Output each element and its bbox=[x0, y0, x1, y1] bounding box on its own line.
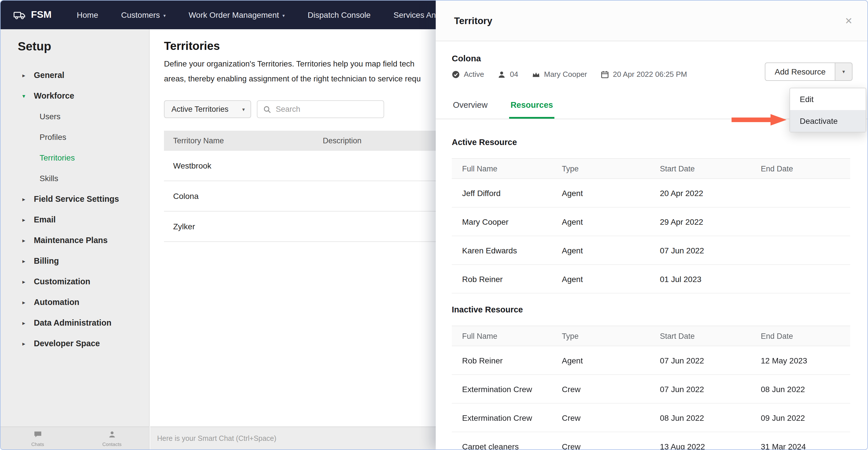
sidebar-item-territories[interactable]: Territories bbox=[1, 147, 149, 168]
chevron-down-icon: ▾ bbox=[163, 13, 166, 18]
search-icon bbox=[263, 105, 271, 113]
sidebar-item-label: General bbox=[34, 70, 64, 80]
territory-name-cell[interactable]: Colona bbox=[164, 191, 199, 201]
panel-title: Territory bbox=[454, 15, 492, 26]
record-meta: Active 04 Mary Cooper bbox=[452, 70, 687, 78]
column-header-end-date[interactable]: End Date bbox=[761, 332, 850, 340]
menu-item-deactivate[interactable]: Deactivate bbox=[790, 110, 866, 132]
chevron-right-icon: ▸ bbox=[22, 258, 34, 264]
smart-chat-text: Here is your Smart Chat (Ctrl+Space) bbox=[157, 434, 276, 442]
sidebar-item-skills[interactable]: Skills bbox=[1, 168, 149, 189]
table-row[interactable]: Extermination Crew Crew 08 Jun 2022 09 J… bbox=[452, 404, 850, 432]
brand-logo[interactable]: FSM bbox=[13, 9, 52, 21]
sidebar-item-label: Customization bbox=[34, 277, 90, 286]
sidebar-title: Setup bbox=[18, 39, 149, 53]
table-row[interactable]: Extermination Crew Crew 07 Jun 2022 08 J… bbox=[452, 375, 850, 404]
section-title-active-resource: Active Resource bbox=[452, 137, 517, 147]
chevron-right-icon: ▸ bbox=[22, 299, 34, 305]
sidebar-item-label: Email bbox=[34, 215, 56, 224]
column-header-full-name[interactable]: Full Name bbox=[452, 332, 562, 340]
chevron-right-icon: ▸ bbox=[22, 196, 34, 202]
start-date-cell: 07 Jun 2022 bbox=[660, 246, 761, 255]
sidebar-item-email[interactable]: ▸ Email bbox=[1, 209, 149, 230]
end-date-cell: 09 Jun 2022 bbox=[761, 413, 850, 422]
nav-item-home[interactable]: Home bbox=[77, 10, 98, 20]
record-name: Colona bbox=[452, 53, 481, 63]
sidebar-item-label: Field Service Settings bbox=[34, 194, 119, 203]
status-badge: Active bbox=[452, 70, 484, 78]
column-header-territory-name[interactable]: Territory Name bbox=[164, 136, 314, 145]
status-text: Active bbox=[464, 70, 484, 78]
actions-dropdown-menu: Edit Deactivate bbox=[789, 88, 866, 132]
sidebar-item-data-administration[interactable]: ▸ Data Administration bbox=[1, 313, 149, 333]
column-header-type[interactable]: Type bbox=[562, 164, 660, 173]
full-name-cell[interactable]: Karen Edwards bbox=[452, 246, 562, 255]
type-cell: Agent bbox=[562, 188, 660, 197]
full-name-cell[interactable]: Extermination Crew bbox=[452, 384, 562, 393]
territory-name-cell[interactable]: Zylker bbox=[164, 222, 195, 231]
nav-item-customers[interactable]: Customers ▾ bbox=[121, 10, 166, 20]
full-name-cell[interactable]: Carpet cleaners bbox=[452, 442, 562, 449]
chevron-right-icon: ▸ bbox=[22, 216, 34, 223]
sidebar-item-customization[interactable]: ▸ Customization bbox=[1, 271, 149, 292]
full-name-cell[interactable]: Extermination Crew bbox=[452, 413, 562, 422]
territory-filter-dropdown[interactable]: Active Territories ▾ bbox=[164, 100, 251, 118]
sidebar-item-maintenance-plans[interactable]: ▸ Maintenance Plans bbox=[1, 230, 149, 251]
chevron-down-icon: ▾ bbox=[842, 69, 845, 74]
nav-item-dispatch-console[interactable]: Dispatch Console bbox=[308, 10, 370, 20]
table-row[interactable]: Rob Reiner Agent 07 Jun 2022 12 May 2023 bbox=[452, 346, 850, 375]
column-header-end-date[interactable]: End Date bbox=[761, 164, 850, 173]
column-header-full-name[interactable]: Full Name bbox=[452, 164, 562, 173]
sidebar-item-label: Data Administration bbox=[34, 318, 112, 327]
menu-item-edit[interactable]: Edit bbox=[790, 88, 866, 110]
contacts-button[interactable]: Contacts bbox=[75, 427, 149, 449]
sidebar-item-profiles[interactable]: Profiles bbox=[1, 127, 149, 147]
tab-overview[interactable]: Overview bbox=[452, 93, 489, 119]
add-resource-menu-button[interactable]: ▾ bbox=[835, 63, 852, 81]
modified-datetime: 20 Apr 2022 06:25 PM bbox=[601, 70, 687, 78]
search-input[interactable] bbox=[276, 105, 378, 114]
full-name-cell[interactable]: Mary Cooper bbox=[452, 217, 562, 226]
chevron-right-icon: ▸ bbox=[22, 340, 34, 347]
full-name-cell[interactable]: Jeff Difford bbox=[452, 188, 562, 197]
column-header-start-date[interactable]: Start Date bbox=[660, 164, 761, 173]
end-date-cell: 12 May 2023 bbox=[761, 356, 850, 365]
column-header-type[interactable]: Type bbox=[562, 332, 660, 340]
type-cell: Agent bbox=[562, 246, 660, 255]
territory-name-cell[interactable]: Westbrook bbox=[164, 161, 211, 170]
sidebar-item-workforce[interactable]: ▾ Workforce bbox=[1, 86, 149, 106]
chevron-down-icon: ▾ bbox=[242, 106, 245, 112]
sidebar-item-label: Workforce bbox=[34, 91, 74, 100]
crown-icon bbox=[532, 71, 540, 78]
chat-icon bbox=[34, 430, 42, 440]
nav-item-services-and-parts[interactable]: Services And bbox=[394, 10, 440, 20]
table-row[interactable]: Mary Cooper Agent 29 Apr 2022 bbox=[452, 207, 850, 236]
full-name-cell[interactable]: Rob Reiner bbox=[452, 356, 562, 365]
table-row[interactable]: Carpet cleaners Crew 13 Aug 2022 31 Mar … bbox=[452, 432, 850, 449]
fsm-logo-icon bbox=[13, 10, 26, 19]
add-resource-button[interactable]: Add Resource bbox=[765, 63, 835, 81]
panel-header: Territory ✕ bbox=[436, 1, 867, 41]
full-name-cell[interactable]: Rob Reiner bbox=[452, 274, 562, 284]
sidebar-item-automation[interactable]: ▸ Automation bbox=[1, 292, 149, 313]
sidebar-footer: Chats Contacts bbox=[1, 426, 149, 449]
sidebar-item-billing[interactable]: ▸ Billing bbox=[1, 251, 149, 271]
close-icon[interactable]: ✕ bbox=[845, 15, 852, 26]
chevron-right-icon: ▸ bbox=[22, 320, 34, 326]
chats-button[interactable]: Chats bbox=[1, 427, 75, 449]
screen: FSM Home Customers ▾ Work Order Manageme… bbox=[0, 0, 868, 450]
table-row[interactable]: Jeff Difford Agent 20 Apr 2022 bbox=[452, 179, 850, 207]
chevron-right-icon: ▸ bbox=[22, 237, 34, 243]
sidebar-item-label: Maintenance Plans bbox=[34, 235, 107, 245]
sidebar-item-developer-space[interactable]: ▸ Developer Space bbox=[1, 333, 149, 354]
tab-resources[interactable]: Resources bbox=[509, 93, 554, 119]
table-row[interactable]: Rob Reiner Agent 01 Jul 2023 bbox=[452, 265, 850, 293]
sidebar-item-users[interactable]: Users bbox=[1, 106, 149, 127]
nav-item-work-order-management[interactable]: Work Order Management ▾ bbox=[189, 10, 285, 20]
chevron-right-icon: ▸ bbox=[22, 278, 34, 285]
column-header-start-date[interactable]: Start Date bbox=[660, 332, 761, 340]
sidebar-item-field-service-settings[interactable]: ▸ Field Service Settings bbox=[1, 189, 149, 209]
app-window: FSM Home Customers ▾ Work Order Manageme… bbox=[0, 0, 868, 450]
sidebar-item-general[interactable]: ▸ General bbox=[1, 65, 149, 86]
table-row[interactable]: Karen Edwards Agent 07 Jun 2022 bbox=[452, 236, 850, 265]
